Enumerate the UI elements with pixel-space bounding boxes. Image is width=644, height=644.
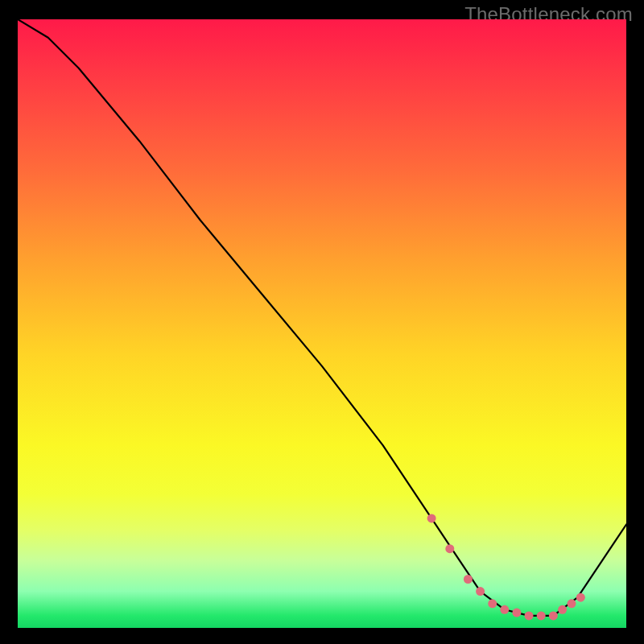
- plot-area: [18, 19, 626, 628]
- chart-overlay: [18, 19, 626, 628]
- highlight-dot: [576, 593, 585, 602]
- chart-frame: TheBottleneck.com: [0, 0, 644, 644]
- highlight-dot: [537, 611, 546, 620]
- curve-line: [18, 19, 626, 616]
- highlight-dot: [500, 605, 509, 614]
- highlight-dot: [549, 611, 558, 620]
- highlight-dot: [558, 605, 567, 614]
- highlight-dot: [525, 611, 534, 620]
- highlight-dot: [464, 575, 473, 584]
- highlight-dot: [427, 514, 436, 522]
- highlight-dot: [512, 609, 521, 617]
- highlight-dot: [488, 599, 497, 608]
- highlight-dot: [445, 544, 454, 553]
- highlight-dot: [476, 587, 485, 596]
- highlight-dot: [568, 599, 576, 608]
- highlight-markers: [427, 514, 585, 620]
